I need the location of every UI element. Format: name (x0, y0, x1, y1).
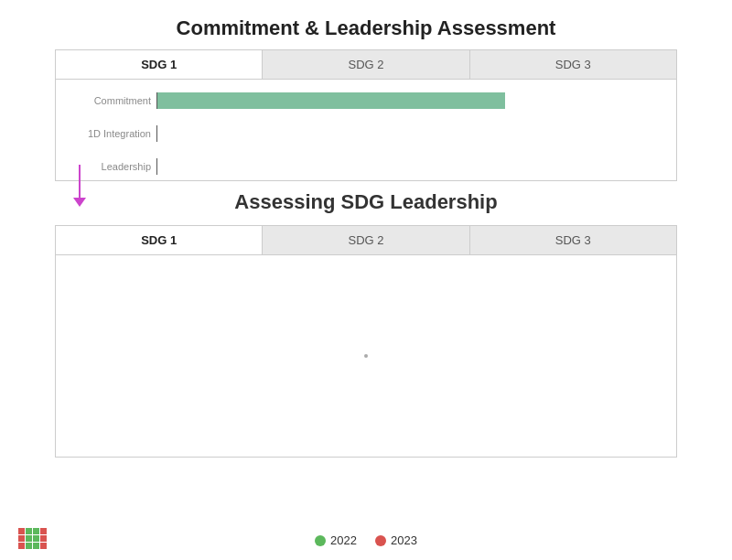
bar-row-1: 1D Integration (56, 124, 676, 144)
top-tab-bar: SDG 1 SDG 2 SDG 3 (56, 50, 676, 80)
icon-cell-11 (40, 543, 47, 549)
axis-line (156, 125, 157, 142)
empty-chart-area (56, 255, 676, 457)
axis-line (156, 158, 157, 175)
tab-sdg1-top[interactable]: SDG 1 (56, 50, 263, 79)
icon-cell-5 (26, 535, 32, 542)
icon-cell-9 (26, 543, 32, 549)
center-dot (364, 354, 368, 358)
bar-label-0: Commitment (56, 95, 156, 106)
tab-sdg2-top[interactable]: SDG 2 (263, 50, 469, 79)
bar-track-2 (156, 158, 676, 175)
icon-cell-8 (18, 543, 25, 549)
icon-cell-3 (40, 528, 47, 534)
legend-label-2023: 2023 (391, 533, 417, 547)
icon-cell-4 (18, 535, 25, 542)
bar-track-1 (156, 125, 676, 142)
bar-label-1: 1D Integration (56, 128, 156, 139)
bottom-tab-bar: SDG 1 SDG 2 SDG 3 (56, 226, 676, 255)
legend-dot-2023 (375, 535, 386, 546)
icon-cell-0 (18, 528, 25, 534)
legend-item-2023: 2023 (375, 533, 417, 547)
main-title: Commitment & Leadership Assessment (0, 0, 732, 49)
bar-label-2: Leadership (56, 161, 156, 172)
page-container: Commitment & Leadership Assessment SDG 1… (0, 0, 732, 560)
bar-track-0 (156, 92, 676, 109)
icon-cell-7 (40, 535, 47, 542)
top-chart: SDG 1 SDG 2 SDG 3 Commitment1D Integrati… (55, 49, 677, 181)
legend-item-2022: 2022 (315, 533, 357, 547)
arrow-indicator (73, 165, 86, 207)
bar-chart-body: Commitment1D IntegrationLeadership (56, 80, 676, 180)
axis-line (156, 92, 157, 109)
arrow-line (79, 165, 81, 198)
icon-cell-10 (33, 543, 39, 549)
tab-sdg2-bottom[interactable]: SDG 2 (263, 226, 469, 254)
bar-fill-0 (156, 92, 505, 109)
icon-cell-1 (26, 528, 32, 534)
legend-dot-2022 (315, 535, 326, 546)
tab-sdg1-bottom[interactable]: SDG 1 (56, 226, 263, 254)
arrow-head (73, 198, 86, 207)
bottom-left-icon (18, 528, 47, 549)
tab-sdg3-bottom[interactable]: SDG 3 (470, 226, 676, 254)
tab-sdg3-top[interactable]: SDG 3 (470, 50, 676, 79)
bar-row-2: Leadership (56, 156, 676, 177)
icon-cell-6 (33, 535, 39, 542)
bottom-chart: SDG 1 SDG 2 SDG 3 (55, 225, 677, 458)
bar-row-0: Commitment (56, 91, 676, 111)
chart-legend: 2022 2023 (0, 533, 732, 547)
second-title: Assessing SDG Leadership (0, 181, 732, 225)
icon-cell-2 (33, 528, 39, 534)
legend-label-2022: 2022 (330, 533, 357, 547)
